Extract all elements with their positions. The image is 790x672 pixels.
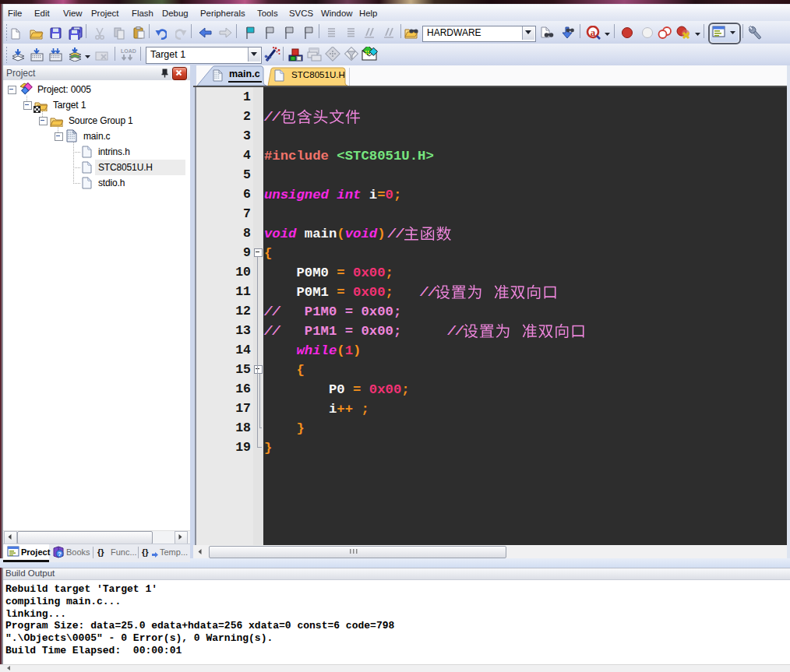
svg-text:LOAD: LOAD <box>121 48 136 54</box>
svg-text:a: a <box>591 26 596 38</box>
svg-text:?: ? <box>58 551 62 558</box>
